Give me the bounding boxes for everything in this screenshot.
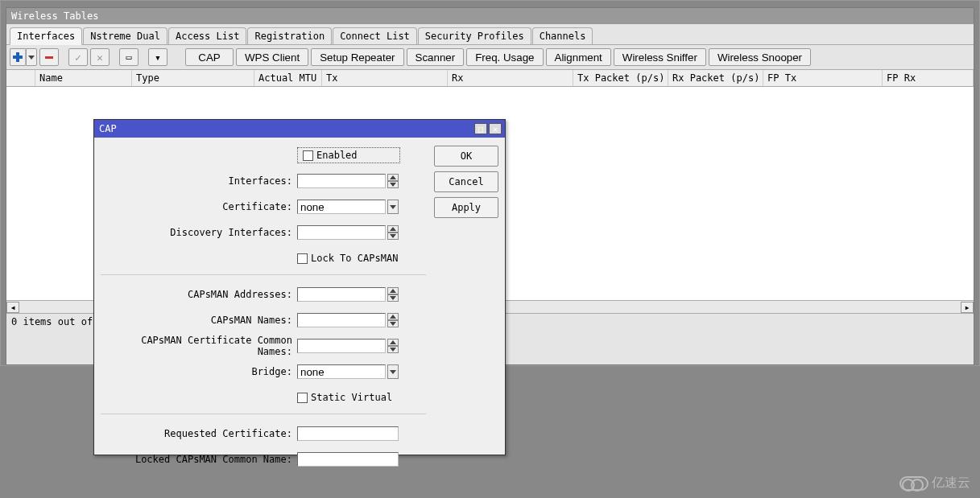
checkbox-icon bbox=[297, 393, 308, 403]
scanner-button[interactable]: Scanner bbox=[407, 48, 465, 66]
watermark-logo-icon bbox=[899, 476, 928, 491]
svg-marker-6 bbox=[390, 296, 396, 300]
enable-button[interactable]: ✓ bbox=[68, 48, 88, 66]
discovery-label: Discovery Interfaces: bbox=[101, 227, 297, 238]
cancel-button[interactable]: Cancel bbox=[434, 171, 498, 192]
col-type[interactable]: Type bbox=[132, 70, 254, 86]
lock-checkbox[interactable]: Lock To CAPsMAN bbox=[297, 253, 398, 264]
status-text: 0 items out of bbox=[11, 316, 93, 327]
dropdown-icon bbox=[28, 56, 35, 60]
alignment-button[interactable]: Alignment bbox=[546, 48, 611, 66]
interfaces-input[interactable] bbox=[297, 174, 386, 188]
plus-icon bbox=[13, 52, 23, 62]
tabs-row: Interfaces Nstreme Dual Access List Regi… bbox=[6, 24, 974, 45]
addresses-down[interactable] bbox=[387, 294, 399, 302]
column-headers: Name Type Actual MTU Tx Rx Tx Packet (p/… bbox=[6, 70, 974, 87]
funnel-icon: ▾ bbox=[155, 51, 161, 64]
lock-label: Lock To CAPsMAN bbox=[311, 253, 398, 264]
req-cert-input[interactable] bbox=[297, 426, 399, 441]
locked-cn-input[interactable] bbox=[297, 452, 399, 467]
interfaces-label: Interfaces: bbox=[101, 175, 297, 187]
interfaces-up[interactable] bbox=[387, 174, 399, 181]
watermark: 亿速云 bbox=[899, 475, 970, 492]
checkbox-icon bbox=[303, 150, 313, 161]
tab-interfaces[interactable]: Interfaces bbox=[10, 27, 82, 45]
locked-cn-label: Locked CAPsMAN Common Name: bbox=[101, 454, 297, 465]
tab-access-list[interactable]: Access List bbox=[168, 27, 246, 44]
comment-button[interactable]: ▭ bbox=[119, 48, 139, 66]
cap-button[interactable]: CAP bbox=[185, 48, 234, 66]
addresses-label: CAPsMAN Addresses: bbox=[101, 289, 297, 300]
tab-registration[interactable]: Registration bbox=[247, 27, 332, 44]
certificate-label: Certificate: bbox=[101, 201, 297, 212]
wireless-snooper-button[interactable]: Wireless Snooper bbox=[709, 48, 811, 66]
svg-marker-3 bbox=[390, 227, 396, 231]
col-fptx[interactable]: FP Tx bbox=[763, 70, 883, 86]
tab-nstreme-dual[interactable]: Nstreme Dual bbox=[83, 27, 167, 44]
certificate-dropdown[interactable] bbox=[387, 200, 399, 214]
close-button[interactable]: ✕ bbox=[489, 123, 502, 134]
svg-marker-0 bbox=[390, 175, 396, 179]
col-tx[interactable]: Tx bbox=[322, 70, 448, 86]
scroll-right-button[interactable]: ▸ bbox=[961, 302, 974, 313]
addresses-up[interactable] bbox=[387, 287, 399, 294]
interfaces-down[interactable] bbox=[387, 181, 399, 188]
maximize-button[interactable]: □ bbox=[474, 123, 487, 134]
cert-names-label: CAPsMAN Certificate Common Names: bbox=[101, 335, 297, 357]
remove-button[interactable] bbox=[39, 48, 59, 66]
x-icon: ✕ bbox=[97, 51, 103, 64]
comment-icon: ▭ bbox=[126, 51, 131, 63]
window-title: Wireless Tables bbox=[11, 10, 98, 22]
certificate-input[interactable] bbox=[297, 200, 386, 214]
filter-button[interactable]: ▾ bbox=[148, 48, 167, 66]
minus-icon bbox=[45, 56, 53, 59]
freq-usage-button[interactable]: Freq. Usage bbox=[466, 48, 543, 66]
ok-button[interactable]: OK bbox=[434, 146, 498, 167]
cert-names-down[interactable] bbox=[387, 346, 399, 353]
discovery-input[interactable] bbox=[297, 225, 386, 240]
svg-marker-5 bbox=[390, 289, 396, 293]
bridge-label: Bridge: bbox=[101, 366, 297, 377]
toolbar: ✓ ✕ ▭ ▾ CAP WPS Client Setup Repeater Sc… bbox=[6, 45, 974, 70]
col-fprx[interactable]: FP Rx bbox=[883, 70, 974, 86]
addresses-input[interactable] bbox=[297, 287, 386, 302]
bridge-input[interactable] bbox=[297, 364, 386, 379]
tab-channels[interactable]: Channels bbox=[532, 27, 593, 44]
wps-client-button[interactable]: WPS Client bbox=[236, 48, 308, 66]
cap-dialog: CAP □ ✕ Enabled Interfaces: bbox=[93, 119, 506, 455]
cap-titlebar[interactable]: CAP □ ✕ bbox=[94, 120, 505, 138]
cert-names-up[interactable] bbox=[387, 339, 399, 346]
col-name[interactable]: Name bbox=[35, 70, 132, 86]
col-flags[interactable] bbox=[6, 70, 35, 86]
apply-button[interactable]: Apply bbox=[434, 197, 498, 218]
setup-repeater-button[interactable]: Setup Repeater bbox=[311, 48, 403, 66]
checkbox-icon bbox=[297, 253, 308, 264]
disable-button[interactable]: ✕ bbox=[90, 48, 110, 66]
names-up[interactable] bbox=[387, 313, 399, 320]
svg-marker-2 bbox=[390, 205, 396, 209]
discovery-down[interactable] bbox=[387, 233, 399, 240]
add-button[interactable] bbox=[10, 48, 37, 66]
svg-marker-11 bbox=[390, 370, 396, 374]
enabled-checkbox[interactable]: Enabled bbox=[297, 147, 400, 163]
tab-security-profiles[interactable]: Security Profiles bbox=[418, 27, 531, 44]
col-mtu[interactable]: Actual MTU bbox=[254, 70, 322, 86]
bridge-dropdown[interactable] bbox=[387, 364, 399, 379]
col-txpacket[interactable]: Tx Packet (p/s) bbox=[573, 70, 668, 86]
svg-marker-1 bbox=[390, 183, 396, 187]
cert-names-input[interactable] bbox=[297, 339, 386, 353]
col-rxpacket[interactable]: Rx Packet (p/s) bbox=[668, 70, 763, 86]
names-label: CAPsMAN Names: bbox=[101, 315, 297, 326]
wireless-sniffer-button[interactable]: Wireless Sniffer bbox=[614, 48, 706, 66]
col-rx[interactable]: Rx bbox=[448, 70, 573, 86]
scroll-left-button[interactable]: ◂ bbox=[6, 302, 19, 313]
names-down[interactable] bbox=[387, 320, 399, 327]
window-titlebar: Wireless Tables bbox=[6, 8, 974, 24]
static-virtual-checkbox[interactable]: Static Virtual bbox=[297, 392, 392, 403]
tab-connect-list[interactable]: Connect List bbox=[333, 27, 417, 44]
cap-title: CAP bbox=[97, 123, 117, 134]
names-input[interactable] bbox=[297, 313, 386, 327]
req-cert-label: Requested Certificate: bbox=[101, 428, 297, 439]
check-icon: ✓ bbox=[75, 51, 81, 64]
discovery-up[interactable] bbox=[387, 225, 399, 233]
